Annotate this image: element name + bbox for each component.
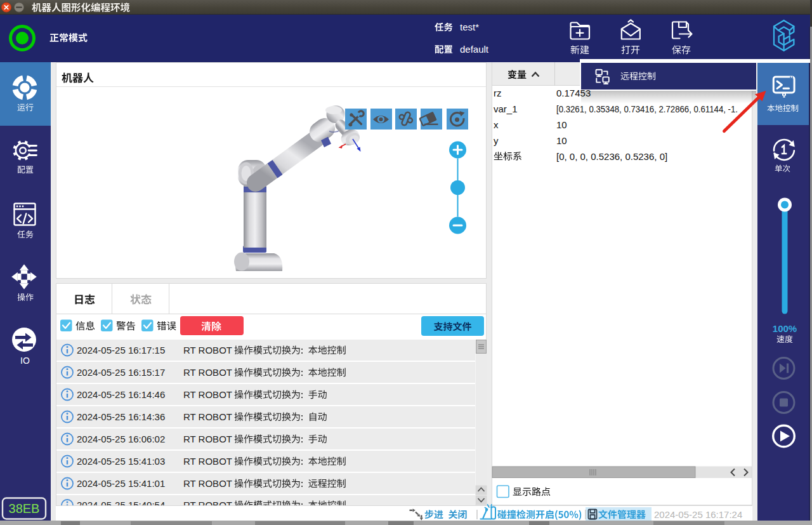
svg-text:2024-05-25 15:40:54: 2024-05-25 15:40:54 — [77, 500, 165, 510]
svg-text:IO: IO — [20, 356, 30, 366]
svg-text:RT ROBOT: RT ROBOT — [183, 478, 232, 489]
svg-text:2024-05-25 16:15:17: 2024-05-25 16:15:17 — [77, 367, 165, 378]
svg-text:test*: test* — [460, 22, 479, 32]
svg-text:2024-05-25 16:17:15: 2024-05-25 16:17:15 — [77, 345, 165, 356]
svg-text:2024-05-25 15:41:03: 2024-05-25 15:41:03 — [77, 456, 165, 467]
svg-text:RT ROBOT: RT ROBOT — [183, 500, 232, 510]
svg-text:10: 10 — [556, 135, 567, 146]
svg-text:RT ROBOT: RT ROBOT — [183, 345, 232, 356]
svg-text:RT ROBOT: RT ROBOT — [183, 434, 232, 444]
svg-text:default: default — [460, 44, 489, 55]
svg-text:2024-05-25 16:14:36: 2024-05-25 16:14:36 — [77, 411, 165, 422]
svg-text:RT ROBOT: RT ROBOT — [183, 411, 232, 422]
svg-text:38EB: 38EB — [9, 502, 40, 515]
svg-text:[0, 0, 0, 0.5236, 0.5236, 0]: [0, 0, 0, 0.5236, 0.5236, 0] — [556, 151, 667, 162]
svg-text:y: y — [494, 135, 499, 146]
svg-text:x: x — [494, 119, 499, 130]
svg-text:[0.3261, 0.35348, 0.73416, 2.7: [0.3261, 0.35348, 0.73416, 2.72866, 0.61… — [556, 103, 738, 114]
svg-text:var_1: var_1 — [494, 103, 518, 114]
svg-text:10: 10 — [556, 119, 567, 130]
svg-text:0.17453: 0.17453 — [556, 88, 591, 98]
svg-text:2024-05-25 16:17:24: 2024-05-25 16:17:24 — [654, 509, 742, 520]
svg-text:2024-05-25 15:41:01: 2024-05-25 15:41:01 — [77, 478, 165, 489]
svg-text:rz: rz — [494, 88, 502, 98]
svg-text:RT ROBOT: RT ROBOT — [183, 456, 232, 467]
svg-text:RT ROBOT: RT ROBOT — [183, 389, 232, 400]
svg-text:2024-05-25 16:06:02: 2024-05-25 16:06:02 — [77, 434, 165, 444]
svg-text:RT ROBOT: RT ROBOT — [183, 367, 232, 378]
svg-text:100%: 100% — [773, 323, 797, 334]
svg-text:2024-05-25 16:14:46: 2024-05-25 16:14:46 — [77, 389, 165, 400]
